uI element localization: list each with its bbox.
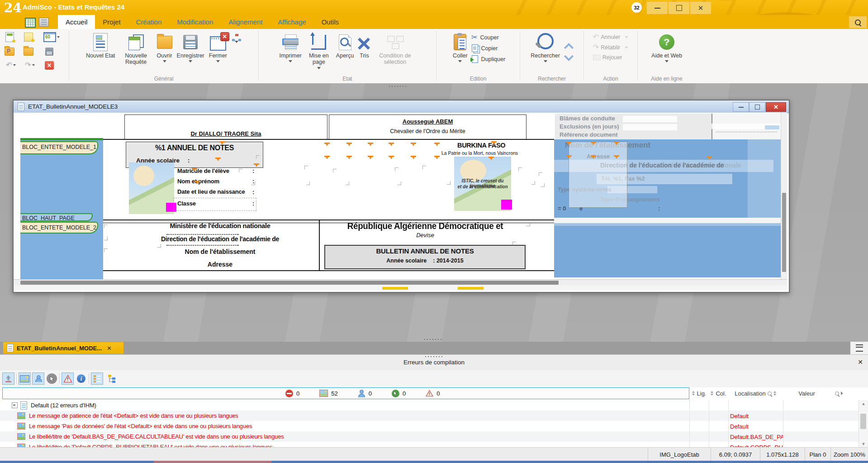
minimize-button[interactable] [647, 2, 668, 14]
dropdown-caret-icon [544, 60, 547, 62]
error-count: 0 [358, 390, 372, 397]
rechercher-button[interactable]: Rechercher [529, 30, 562, 74]
tree-view-button[interactable] [105, 372, 118, 385]
window-60-button[interactable] [42, 31, 62, 43]
block-tab-haut-page[interactable]: BLOC_HAUT_PAGE [20, 213, 93, 221]
ribbon-group-aide: Aide et Web Aide en ligne [638, 29, 696, 83]
error-row[interactable]: Le message 'Pas de données' de l'état <D… [0, 421, 868, 431]
dropdown-caret-icon [625, 36, 628, 38]
enregistrer-button[interactable]: Enregistrer [175, 30, 206, 74]
environment-icon[interactable] [39, 18, 49, 27]
close-button[interactable]: ✕ [690, 2, 711, 14]
column-divider [783, 400, 783, 447]
error-tree-root-row[interactable]: Default (12 erreurs d'IHM) [0, 400, 868, 410]
structure-button[interactable] [230, 30, 243, 74]
undo-button[interactable]: ↶ [2, 59, 20, 72]
open-project-button[interactable] [2, 45, 17, 58]
menu-tab-alignement[interactable]: Alignement [221, 15, 270, 29]
error-row[interactable]: Le message de patience de l'état <Defaul… [0, 410, 868, 421]
scroll-thumb[interactable] [782, 193, 786, 272]
column-header-col[interactable]: Col. [709, 387, 728, 399]
close-panel-button[interactable]: ✕ [856, 358, 864, 366]
field-colon: : [252, 200, 254, 207]
org-window-icon [232, 34, 242, 41]
save-quick-button[interactable] [42, 45, 57, 58]
doc-close-button[interactable]: ✕ [766, 102, 786, 112]
export-errors-button[interactable] [2, 372, 14, 385]
new-query-quick-button[interactable] [21, 31, 36, 43]
magenta-handle[interactable] [501, 200, 512, 210]
vertical-scrollbar[interactable] [781, 113, 787, 279]
menu-tab-accueil[interactable]: Accueil [58, 15, 95, 29]
menu-tab-affichage[interactable]: Affichage [270, 15, 313, 29]
filter-cursor-errors-button[interactable] [46, 372, 58, 385]
open-folder-button[interactable] [21, 45, 36, 58]
filter-warnings-button[interactable]: ! [62, 372, 74, 385]
annuler-button[interactable]: ↶Annuler [593, 33, 629, 41]
document-title-bar[interactable]: ETAT_BulletinAnnuel_MODELE3 ✕ [14, 100, 789, 113]
scroll-down-icon[interactable]: ▼ [859, 440, 868, 447]
error-row[interactable]: Le libellé/titre de 'Default.BAS_DE_PAGE… [0, 431, 868, 442]
scroll-up-icon[interactable]: ▲ [859, 400, 868, 407]
signature-box-right[interactable]: Aousseguè ABEM Chevalier de l'Ordre du M… [329, 115, 526, 140]
replay-icon [593, 55, 601, 60]
copier-button[interactable]: Copier [470, 44, 506, 52]
close-tab-icon[interactable]: ✕ [107, 345, 112, 352]
error-list-scrollbar[interactable]: ▲ ▼ [859, 400, 868, 447]
redo-button[interactable]: ↷ [21, 59, 39, 72]
coller-button[interactable]: Coller [451, 30, 470, 74]
find-next-icon[interactable] [564, 52, 574, 61]
scroll-thumb[interactable] [20, 281, 559, 285]
aide-et-web-button[interactable]: Aide et Web [650, 30, 684, 74]
bulletin-title-box[interactable]: BULLETIN ANNUEL DE NOTES Année scolaire:… [324, 245, 526, 269]
mise-en-page-button[interactable]: Mise en page [304, 30, 333, 74]
filter-info-button[interactable]: i [75, 372, 87, 385]
new-report-quick-button[interactable] [2, 31, 17, 43]
condition-selection-button[interactable]: Condition de sélection [373, 30, 417, 74]
couper-button[interactable]: ✂Couper [470, 33, 506, 41]
filter-ui-errors-button[interactable] [32, 372, 44, 385]
report-canvas[interactable]: Dr DIALLO/ TRAORE Sita Aousseguè ABEM Ch… [103, 113, 554, 279]
nouvelle-requete-button[interactable]: Nouvelle Requête [118, 30, 154, 74]
menu-tab-modification[interactable]: Modification [169, 15, 221, 29]
doc-minimize-button[interactable] [733, 102, 749, 112]
document-tab[interactable]: ETAT_BulletinAnnuel_MODE... ✕ [3, 342, 123, 354]
dupliquer-button[interactable]: Dupliquer [470, 55, 506, 63]
doc-maximize-button[interactable] [749, 102, 765, 112]
report-document-window: ETAT_BulletinAnnuel_MODELE3 ✕ BLOC_ENTET… [13, 100, 790, 293]
filter-image-errors-button[interactable] [19, 372, 31, 385]
fermer-button[interactable]: Fermer [207, 30, 229, 74]
rejouer-button[interactable]: Rejouer [593, 54, 629, 61]
column-header-valeur[interactable]: Valeur [783, 387, 859, 399]
splitter-grip[interactable] [388, 86, 407, 87]
horizontal-scrollbar[interactable] [14, 279, 787, 286]
dotted-rule [716, 132, 777, 132]
tris-button[interactable]: Tris [356, 30, 372, 74]
menu-tab-projet[interactable]: Projet [95, 15, 128, 29]
delete-button[interactable]: ✕ [42, 59, 57, 72]
signature-box-left[interactable]: Dr DIALLO/ TRAORE Sita [124, 115, 327, 140]
dock-menu-button[interactable] [850, 342, 868, 354]
list-view-button[interactable] [91, 372, 103, 385]
nouvel-etat-button[interactable]: Nouvel Etat [84, 30, 117, 74]
search-button[interactable] [849, 16, 867, 28]
block-tab-entete-modele-2[interactable]: BLOC_ENTETE_MODELE_2 [20, 222, 98, 234]
error-row[interactable]: Le libellé/titre de 'Default.CORPS_RUBRI… [0, 442, 868, 447]
ouvrir-button[interactable]: Ouvrir [155, 30, 174, 74]
block-tab-entete-modele-1[interactable]: BLOC_ENTETE_MODELE_1 [20, 141, 98, 154]
column-header-lig[interactable]: Lig. [689, 387, 709, 399]
anchor-icon [591, 142, 596, 146]
column-header-localisation[interactable]: Localisation [728, 387, 783, 399]
splitter-grip[interactable] [423, 339, 442, 340]
restore-button[interactable] [669, 2, 689, 14]
menu-tab-création[interactable]: Création [128, 15, 170, 29]
imprimer-button[interactable]: Imprimer [278, 30, 304, 74]
menu-tab-outils[interactable]: Outils [314, 15, 346, 29]
splitter-grip[interactable] [424, 356, 443, 358]
table-grid-icon[interactable] [25, 18, 36, 28]
apercu-button[interactable]: Aperçu [334, 30, 356, 74]
scroll-thumb[interactable] [860, 414, 866, 429]
collapse-icon[interactable] [12, 402, 18, 408]
retablir-button[interactable]: ↷Rétablir [593, 44, 629, 51]
selection-corner-mark [518, 167, 522, 171]
